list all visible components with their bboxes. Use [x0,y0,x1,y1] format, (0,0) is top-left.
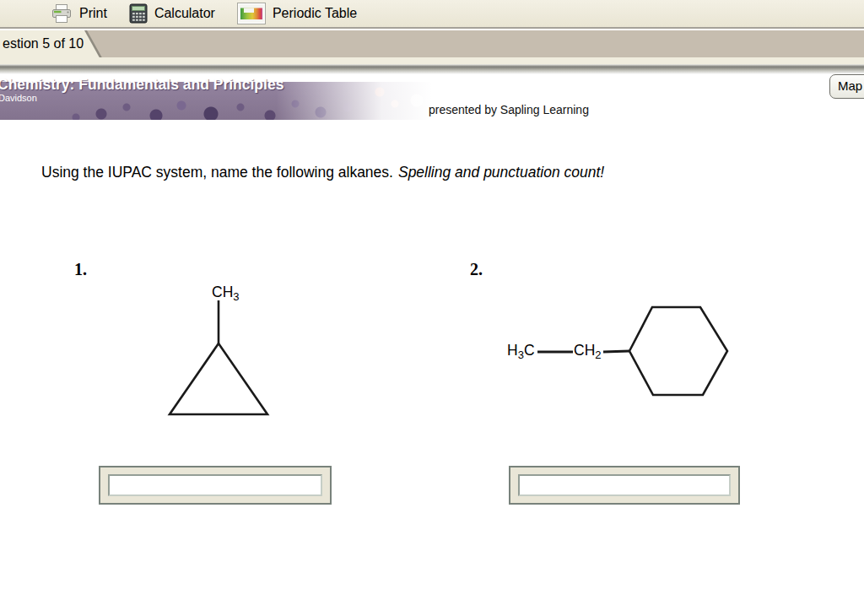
periodic-table-button[interactable]: Periodic Table [237,3,357,24]
print-label: Print [79,6,107,21]
calculator-label: Calculator [154,6,215,21]
question-text: Using the IUPAC system, name the followi… [41,164,604,181]
printer-icon [51,3,73,24]
problem-2-number: 2. [470,260,483,279]
divider-band [0,64,864,74]
periodic-table-label: Periodic Table [273,6,357,21]
course-title: Chemistry: Fundamentals and Principles [0,76,284,94]
course-subtitle: Davidson [0,93,37,103]
calculator-icon [129,3,148,24]
answer-box-1 [99,466,332,505]
banner-zone: Chemistry: Fundamentals and Principles D… [0,74,864,122]
cyclopropane-structure [165,297,274,419]
answer-box-2 [509,466,740,505]
tab-row: estion 5 of 10 [0,30,864,64]
tab-row-bottom-strip [0,57,864,64]
question-emphasis: Spelling and punctuation count! [398,164,604,181]
cyclohexane-structure [532,302,734,400]
calculator-button[interactable]: Calculator [129,3,215,24]
toolbar: Print Calculator [0,0,864,29]
h3c-label-sub: 3 [518,349,524,361]
print-button[interactable]: Print [51,3,107,24]
h3c-label-h: H [507,342,518,359]
periodic-table-icon [237,3,266,24]
answer-input-1[interactable] [108,474,322,496]
answer-input-2[interactable] [518,474,731,496]
h3c-label: H3C [507,342,535,361]
map-button[interactable]: Map [829,74,864,99]
problem-1-number: 1. [74,260,87,279]
question-tab-label: estion 5 of 10 [3,36,84,51]
question-main: Using the IUPAC system, name the followi… [41,164,393,181]
presented-by-text: presented by Sapling Learning [429,103,589,116]
